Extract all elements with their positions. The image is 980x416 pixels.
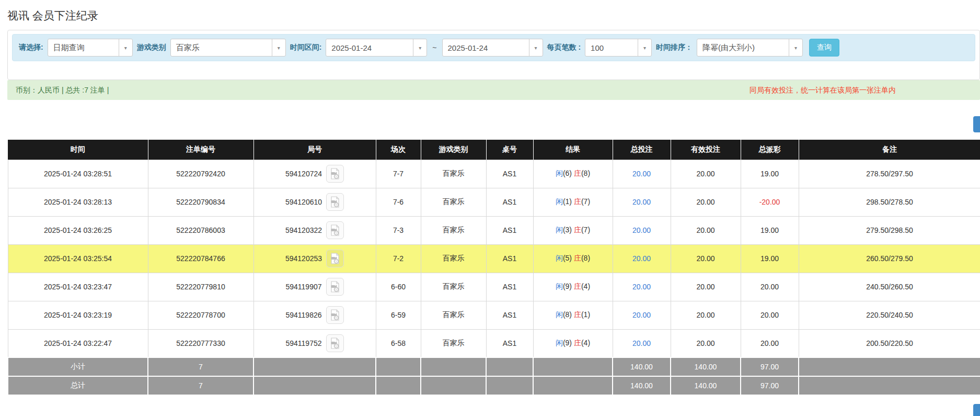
date-to-value: 2025-01-24 (448, 43, 488, 52)
summary-payout: 97.00 (741, 357, 799, 376)
payout-value: 20.00 (760, 339, 779, 347)
cell-bet-id: 522220777330 (148, 329, 253, 357)
table-row: 2025-01-24 03:26:25 522220786003 5941203… (8, 216, 980, 244)
cell-result: 闲(9) 庄(4) (533, 329, 613, 357)
video-replay-button[interactable] (326, 250, 344, 267)
video-replay-button[interactable] (326, 221, 344, 239)
cell-game-type: 百家乐 (421, 273, 486, 301)
game-type-select[interactable]: 百家乐 ▾ (170, 39, 286, 57)
cell-payout: -20.00 (741, 188, 799, 216)
cell-valid-bet: 20.00 (671, 329, 741, 357)
video-replay-button[interactable] (326, 193, 344, 211)
summary-empty-cell (799, 357, 980, 376)
total-bet-link[interactable]: 20.00 (632, 311, 651, 319)
total-bet-link[interactable]: 20.00 (632, 198, 651, 206)
column-header-game-type: 游戏类别 (421, 140, 486, 160)
cell-game-type: 百家乐 (421, 301, 486, 329)
summary-empty-cell (421, 376, 486, 395)
total-bet-link[interactable]: 20.00 (632, 254, 651, 263)
cell-game-type: 百家乐 (421, 160, 486, 188)
column-header-table-no: 桌号 (486, 140, 533, 160)
total-bet-link[interactable]: 20.00 (632, 283, 651, 291)
payout-value: 19.00 (760, 226, 779, 234)
column-header-valid-bet: 有效投注 (671, 140, 741, 160)
result-banker-label: 庄 (574, 197, 581, 206)
cell-session: 6-60 (376, 273, 421, 301)
cell-result: 闲(1) 庄(7) (533, 188, 613, 216)
game-type-value: 百家乐 (176, 43, 200, 53)
cell-table-no: AS1 (486, 329, 533, 357)
result-banker-score: (4) (581, 339, 590, 347)
partial-edge-button-top[interactable] (973, 116, 980, 132)
cell-game-type: 百家乐 (421, 244, 486, 273)
result-player-score: (8) (563, 310, 572, 319)
round-id-value: 594119907 (285, 283, 321, 291)
caret-down-icon: ▾ (638, 39, 651, 56)
result-banker-label: 庄 (574, 226, 581, 234)
cell-table-no: AS1 (486, 216, 533, 244)
result-banker-score: (7) (581, 197, 590, 206)
video-replay-button[interactable] (326, 165, 344, 183)
video-replay-icon (329, 337, 341, 350)
date-from-select[interactable]: 2025-01-24 ▾ (326, 39, 427, 57)
column-header-payout: 总派彩 (741, 140, 799, 160)
summary-row: 总计 7 140.00 140.00 97.00 (8, 376, 980, 395)
cell-note: 260.50/279.50 (799, 244, 980, 273)
cell-note: 220.50/240.50 (799, 301, 980, 329)
partial-edge-button-bottom[interactable] (973, 404, 980, 416)
cell-round-id: 594119826 (253, 301, 376, 329)
summary-empty-cell (533, 376, 613, 395)
cell-round-id: 594120253 (253, 244, 376, 273)
cell-payout: 19.00 (741, 244, 799, 273)
round-id-value: 594120724 (285, 170, 322, 178)
video-replay-icon (329, 196, 341, 208)
table-row: 2025-01-24 03:23:47 522220779810 5941199… (8, 273, 980, 301)
cell-valid-bet: 20.00 (671, 244, 741, 273)
per-page-select[interactable]: 100 ▾ (585, 39, 652, 57)
cell-bet-id: 522220792420 (148, 160, 253, 188)
video-replay-button[interactable] (326, 278, 344, 296)
total-bet-link[interactable]: 20.00 (632, 226, 651, 234)
total-bet-link[interactable]: 20.00 (632, 170, 651, 178)
result-banker-score: (8) (581, 254, 590, 262)
query-type-select[interactable]: 日期查询 ▾ (48, 39, 133, 57)
date-to-select[interactable]: 2025-01-24 ▾ (442, 39, 543, 57)
cell-bet-id: 522220784766 (148, 244, 253, 273)
summary-label: 总计 (8, 376, 148, 395)
table-row: 2025-01-24 03:25:54 522220784766 5941202… (8, 244, 980, 273)
cell-note: 240.50/260.50 (799, 273, 980, 301)
result-banker-label: 庄 (574, 339, 581, 347)
summary-total-bet: 140.00 (613, 376, 671, 395)
range-separator: ~ (431, 43, 437, 52)
column-header-note: 备注 (799, 140, 980, 160)
summary-empty-cell (253, 357, 376, 376)
video-replay-button[interactable] (326, 334, 344, 352)
result-player-score: (1) (563, 197, 572, 206)
result-banker-score: (7) (581, 226, 590, 234)
sort-order-select[interactable]: 降幂(由大到小) ▾ (697, 39, 803, 57)
column-header-bet-id: 注单编号 (148, 140, 253, 160)
result-player-label: 闲 (556, 254, 563, 262)
summary-count: 7 (148, 357, 253, 376)
result-banker-score: (4) (581, 282, 590, 290)
column-header-total-bet: 总投注 (613, 140, 671, 160)
cell-total-bet: 20.00 (613, 188, 671, 216)
cell-time: 2025-01-24 03:28:51 (8, 160, 148, 188)
summary-total-bet: 140.00 (613, 357, 671, 376)
search-button[interactable]: 查询 (809, 39, 839, 57)
table-footer: 小计 7 140.00 140.00 97.00 总计 7 140.00 140… (8, 357, 980, 395)
round-id-value: 594120610 (285, 198, 322, 206)
summary-empty-cell (376, 357, 421, 376)
cell-session: 7-6 (376, 188, 421, 216)
cell-session: 7-2 (376, 244, 421, 273)
summary-valid-bet: 140.00 (671, 376, 741, 395)
cell-round-id: 594120610 (253, 188, 376, 216)
result-player-label: 闲 (556, 282, 563, 290)
cell-payout: 19.00 (741, 160, 799, 188)
cell-time: 2025-01-24 03:26:25 (8, 216, 148, 244)
total-bet-link[interactable]: 20.00 (632, 339, 651, 347)
video-replay-button[interactable] (326, 306, 344, 324)
filter-bar: 请选择: 日期查询 ▾ 游戏类别 百家乐 ▾ 时间区间: 2025-01-24 … (12, 34, 975, 61)
date-from-value: 2025-01-24 (331, 43, 372, 52)
result-player-label: 闲 (556, 197, 563, 206)
